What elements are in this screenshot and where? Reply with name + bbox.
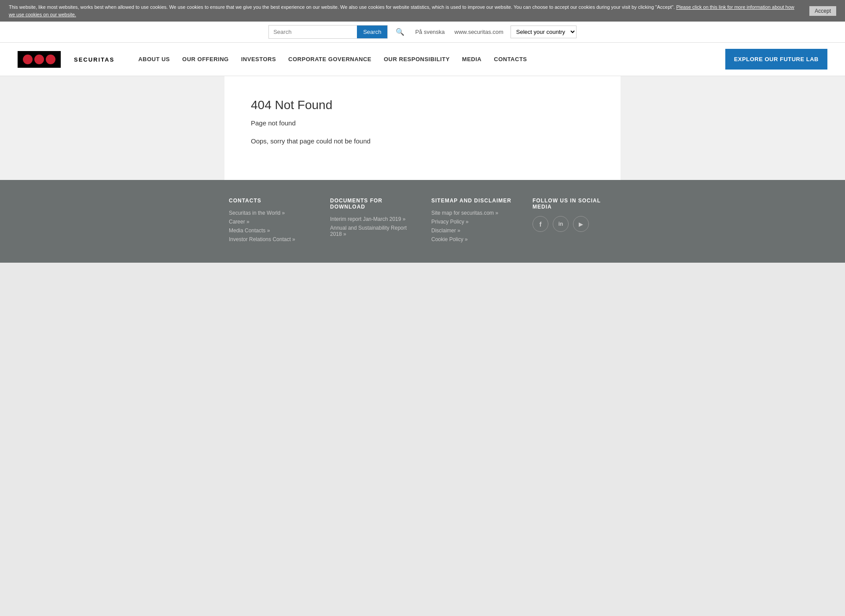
main-nav: ABOUT US OUR OFFERING INVESTORS CORPORAT…	[132, 43, 716, 76]
search-button[interactable]: Search	[357, 26, 387, 38]
cookie-text: This website, like most websites, works …	[9, 4, 801, 18]
page-content: 404 Not Found Page not found Oops, sorry…	[0, 76, 845, 180]
footer-contacts-title: CONTACTS	[229, 198, 312, 204]
accept-cookies-button[interactable]: Accept	[809, 6, 836, 16]
cookie-banner: This website, like most websites, works …	[0, 0, 845, 22]
footer-sitemap-title: SITEMAP AND DISCLAIMER	[431, 198, 515, 204]
nav-investors[interactable]: INVESTORS	[235, 43, 282, 76]
search-icon-button[interactable]: 🔍	[392, 26, 408, 38]
explore-future-lab-button[interactable]: EXPLORE OUR FUTURE LAB	[725, 49, 827, 70]
site-link[interactable]: www.securitas.com	[452, 29, 506, 35]
page-not-found-text: Page not found	[251, 119, 594, 127]
content-wrapper: 404 Not Found Page not found Oops, sorry…	[224, 76, 621, 180]
utility-bar: Search 🔍 På svenska www.securitas.com Se…	[0, 22, 845, 43]
main-header: SECURITAS ABOUT US OUR OFFERING INVESTOR…	[0, 43, 845, 76]
logo-box	[18, 51, 61, 68]
search-input[interactable]	[269, 26, 357, 38]
social-icons: f in ▶	[533, 216, 616, 232]
footer-link-annual-report[interactable]: Annual and Sustainability Report 2018 »	[330, 225, 414, 237]
sorry-text: Oops, sorry that page could not be found	[251, 137, 594, 145]
language-link[interactable]: På svenska	[412, 29, 447, 35]
youtube-icon[interactable]: ▶	[573, 216, 589, 232]
nav-our-offering[interactable]: OUR OFFERING	[176, 43, 235, 76]
footer-contacts-col: CONTACTS Securitas in the World » Career…	[220, 198, 321, 245]
logo-dot-1	[23, 55, 33, 64]
nav-our-responsibility[interactable]: OUR RESPONSIBILITY	[378, 43, 456, 76]
country-select[interactable]: Select your country	[511, 26, 577, 38]
logo-dot-2	[34, 55, 44, 64]
footer-link-privacy[interactable]: Privacy Policy »	[431, 219, 515, 225]
error-title: 404 Not Found	[251, 98, 594, 112]
facebook-icon[interactable]: f	[533, 216, 548, 232]
nav-media[interactable]: MEDIA	[456, 43, 488, 76]
footer-link-interim-report[interactable]: Interim report Jan-March 2019 »	[330, 216, 414, 222]
bottom-area	[0, 263, 845, 439]
nav-about-us[interactable]: ABOUT US	[132, 43, 176, 76]
nav-corporate-governance[interactable]: CORPORATE GOVERNANCE	[282, 43, 378, 76]
footer-link-career[interactable]: Career »	[229, 219, 312, 225]
footer-link-securitas-world[interactable]: Securitas in the World »	[229, 210, 312, 216]
logo-text: SECURITAS	[74, 55, 114, 63]
footer: CONTACTS Securitas in the World » Career…	[0, 180, 845, 263]
footer-link-investor-relations[interactable]: Investor Relations Contact »	[229, 236, 312, 242]
footer-link-media-contacts[interactable]: Media Contacts »	[229, 227, 312, 234]
search-form: Search	[268, 25, 388, 39]
footer-inner: CONTACTS Securitas in the World » Career…	[211, 198, 634, 245]
linkedin-icon[interactable]: in	[553, 216, 569, 232]
footer-documents-col: DOCUMENTS FOR DOWNLOAD Interim report Ja…	[321, 198, 422, 245]
footer-social-col: FOLLOW US IN SOCIAL MEDIA f in ▶	[524, 198, 625, 245]
logo-dot-3	[46, 55, 55, 64]
footer-sitemap-col: SITEMAP AND DISCLAIMER Site map for secu…	[422, 198, 524, 245]
nav-contacts[interactable]: CONTACTS	[488, 43, 533, 76]
footer-link-sitemap[interactable]: Site map for securitas.com »	[431, 210, 515, 216]
footer-link-disclaimer[interactable]: Disclaimer »	[431, 227, 515, 234]
cookie-message: This website, like most websites, works …	[9, 4, 675, 10]
footer-social-title: FOLLOW US IN SOCIAL MEDIA	[533, 198, 616, 210]
footer-documents-title: DOCUMENTS FOR DOWNLOAD	[330, 198, 414, 210]
logo-link[interactable]	[18, 47, 61, 72]
footer-link-cookie[interactable]: Cookie Policy »	[431, 236, 515, 242]
